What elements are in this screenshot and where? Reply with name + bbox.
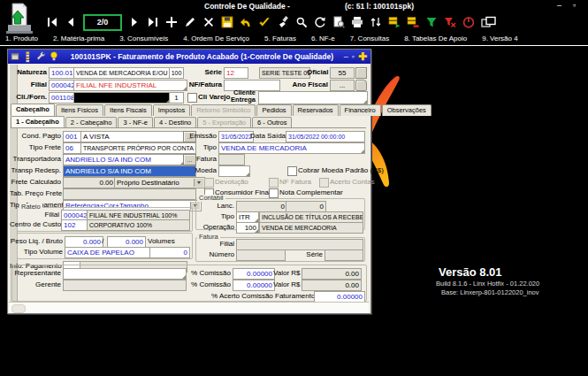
menu-item-consumiveis[interactable]: 3. Consumíveis <box>119 35 168 42</box>
tipo-volume-field[interactable]: CAIXA DE PAPELAO <box>65 247 151 258</box>
tipo-frete-desc-field[interactable]: TRANSPORTE PRÓPRIO POR CONTA D <box>80 142 196 154</box>
emissao-field[interactable]: 31/05/2022 <box>218 131 254 142</box>
lightbulb-icon[interactable] <box>50 51 58 62</box>
add-record-icon[interactable] <box>165 16 178 28</box>
contabil-tipo-label: Tipo <box>199 211 234 221</box>
frete-tipo-dropdown-arrow-icon[interactable] <box>194 179 203 187</box>
tab-itens-fisicos[interactable]: Itens Físicos <box>56 104 103 116</box>
menu-item-ordem-de-servico[interactable]: 4. Ordem De Serviço <box>183 35 249 42</box>
app-title: Controle De Qualidade - <box>204 2 290 11</box>
pc-comissao-2-field[interactable]: 0.00000 <box>233 280 275 291</box>
wrench-icon[interactable] <box>35 51 46 62</box>
refresh-icon[interactable] <box>314 16 326 28</box>
representante-field[interactable] <box>63 268 187 280</box>
filial-desc-field[interactable]: FILIAL NFE INDUSTRIAL <box>73 80 187 91</box>
window-titlebar[interactable]: 100101SPK - Faturamento de Produto Acaba… <box>8 50 370 64</box>
natureza-label: Natureza <box>10 67 47 77</box>
tab-reservados[interactable]: Reservados <box>293 104 339 116</box>
transportadora-label: Transportadora <box>10 154 61 164</box>
cli-forn-qty-field[interactable]: 1 <box>169 92 184 104</box>
window-minimize-button[interactable]: – <box>344 51 348 62</box>
tipo-frete-label: Tipo Frete <box>10 142 61 152</box>
print-preview-icon[interactable] <box>332 16 345 28</box>
menu-item-materia-prima[interactable]: 2. Matéria-prima <box>53 35 104 42</box>
print-icon[interactable] <box>351 16 363 28</box>
app-session-info: (c: 51 l: 100101spk) <box>345 2 414 11</box>
filter-clear-icon[interactable] <box>444 16 456 28</box>
cobrar-moeda-checkbox[interactable] <box>287 166 297 176</box>
stack-icon[interactable] <box>24 51 32 63</box>
cli-forn-code-field[interactable]: 001108 <box>49 92 75 104</box>
cli-varejo-checkbox[interactable] <box>187 93 197 103</box>
menu-item-nfe[interactable]: 6. NF-e <box>311 35 335 42</box>
menu-item-faturas[interactable]: 5. Faturas <box>264 35 296 42</box>
pc-comissao-1-label: % Comissão <box>185 268 231 278</box>
filial-code-field[interactable]: 000042 <box>49 80 75 91</box>
centro-custo-code-field[interactable]: 102 <box>61 219 88 231</box>
nota-complementar-checkbox[interactable] <box>269 188 279 198</box>
search-icon[interactable] <box>295 16 308 28</box>
pc-comissao-2-label: % Comissão <box>185 280 231 289</box>
system-menu-icon[interactable] <box>11 52 20 62</box>
version-title: Versão 8.01 <box>439 265 502 279</box>
menu-item-tabelas-de-apoio[interactable]: 8. Tabelas De Apoio <box>404 35 467 42</box>
sort-icon[interactable] <box>370 16 382 28</box>
menu-bar: 1. Produto 2. Matéria-prima 3. Consumíve… <box>5 35 518 42</box>
serie-code-field[interactable]: 12 <box>224 67 248 79</box>
natureza-extra-field[interactable]: 100 <box>169 67 184 79</box>
cliente-entrega-field[interactable] <box>258 91 368 104</box>
tab-itens-fiscais[interactable]: Itens Fiscais <box>104 104 152 116</box>
tab-impostos[interactable]: Impostos <box>153 104 190 116</box>
frete-tipo-dropdown[interactable]: Próprio Destinatário <box>114 177 205 188</box>
tab-observacoes[interactable]: Observações <box>382 104 431 116</box>
volumes-field[interactable]: 0 <box>149 247 190 258</box>
valor-1-label: Valor R$ <box>273 268 300 278</box>
operacao-code-field[interactable]: 100 <box>236 222 259 234</box>
window-maximize-button[interactable]: ▫ <box>352 51 355 62</box>
natureza-desc-field[interactable]: VENDA DE MERCADORIA E/OU SERVI <box>73 67 171 79</box>
pc-comissao-1-field[interactable]: 0.00000 <box>233 268 275 280</box>
transp-redesp-field[interactable]: ANDRIELLO S/A IND COM <box>63 165 196 177</box>
confirm-icon[interactable] <box>258 16 271 28</box>
cli-forn-name-field-redacted[interactable] <box>73 92 171 104</box>
record-counter: 2/0 <box>83 14 122 31</box>
fatura-serie-label: Série <box>300 249 323 259</box>
ano-fiscal-browse-button[interactable] <box>355 80 367 91</box>
grid-add-icon[interactable] <box>388 16 401 28</box>
window-close-button[interactable]: ✚ <box>358 51 367 62</box>
nf-fatura-label: NF/Fatura <box>181 80 222 89</box>
app-maximize-button[interactable]: ▫ <box>573 1 576 10</box>
app-minimize-button[interactable]: – <box>557 1 561 10</box>
edit-record-icon[interactable] <box>184 16 196 28</box>
transportadora-field[interactable]: ANDRIELLO S/A IND COM <box>63 154 185 165</box>
first-record-icon[interactable] <box>46 16 58 28</box>
tipo-field[interactable]: VENDA DE MERCADORIA <box>218 142 365 154</box>
moeda-field[interactable] <box>218 165 250 177</box>
menu-separator <box>0 45 588 46</box>
grid-remove-icon[interactable] <box>407 16 419 28</box>
tab-financeiro[interactable]: Financeiro <box>340 104 381 116</box>
next-record-icon[interactable] <box>128 16 141 28</box>
moeda-label: Moeda <box>188 165 217 175</box>
centro-custo-desc-field: CORPORATIVO 100% <box>87 219 190 231</box>
cond-pagto-desc-field[interactable]: A VISTA <box>80 131 187 142</box>
menu-item-consultas[interactable]: 7. Consultas <box>350 35 389 42</box>
cascade-windows-icon[interactable] <box>481 16 497 28</box>
data-saida-field[interactable]: 31/05/2022 00:00:00 <box>286 131 365 142</box>
undo-icon[interactable] <box>240 16 252 28</box>
previous-record-icon[interactable] <box>65 16 77 28</box>
tab-cabecalho[interactable]: Cabeçalho <box>11 104 55 116</box>
filter-icon[interactable] <box>425 16 438 28</box>
ano-fiscal-field: ... <box>330 80 355 91</box>
natureza-code-field[interactable]: 100.01 <box>49 67 75 79</box>
representante-label: Representante <box>10 268 61 278</box>
delete-record-icon[interactable] <box>202 16 215 28</box>
last-record-icon[interactable] <box>147 16 159 28</box>
menu-item-versao-4[interactable]: 9. Versão 4 <box>482 35 517 42</box>
clear-brush-icon[interactable] <box>277 16 289 28</box>
tab-pedidos[interactable]: Pedidos <box>256 104 291 116</box>
save-icon[interactable] <box>221 16 233 28</box>
exit-icon[interactable] <box>462 16 475 28</box>
subtab-1-cabecalho[interactable]: 1 - Cabeçalho <box>11 116 65 128</box>
oficial-browse-button[interactable] <box>355 67 367 79</box>
